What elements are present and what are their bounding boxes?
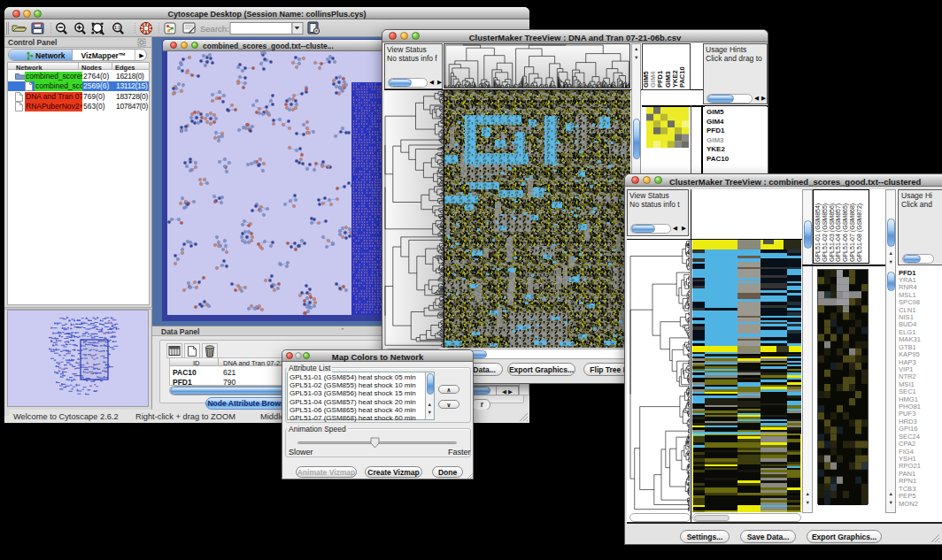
svg-text:GPL51-03 (GSM856): GPL51-03 (GSM856): [829, 203, 836, 262]
svg-text:GPL51-04 (GSM857): GPL51-04 (GSM857): [835, 203, 842, 262]
svg-text:Search:: Search:: [200, 24, 229, 34]
svg-text:GPL51-02 (GSM855): GPL51-02 (GSM855): [822, 203, 829, 262]
svg-text:GPL51-06 (GSM865): GPL51-06 (GSM865): [842, 203, 849, 262]
svg-text:1:1: 1:1: [114, 25, 120, 30]
svg-text:PAC10: PAC10: [678, 66, 686, 88]
svg-text:GPL51-07 (GSM868): GPL51-07 (GSM868): [849, 203, 856, 262]
svg-text:GPL51-01 (GSM854): GPL51-01 (GSM854): [815, 203, 822, 262]
svg-text:GPL51-08 (GSM872): GPL51-08 (GSM872): [856, 203, 863, 262]
